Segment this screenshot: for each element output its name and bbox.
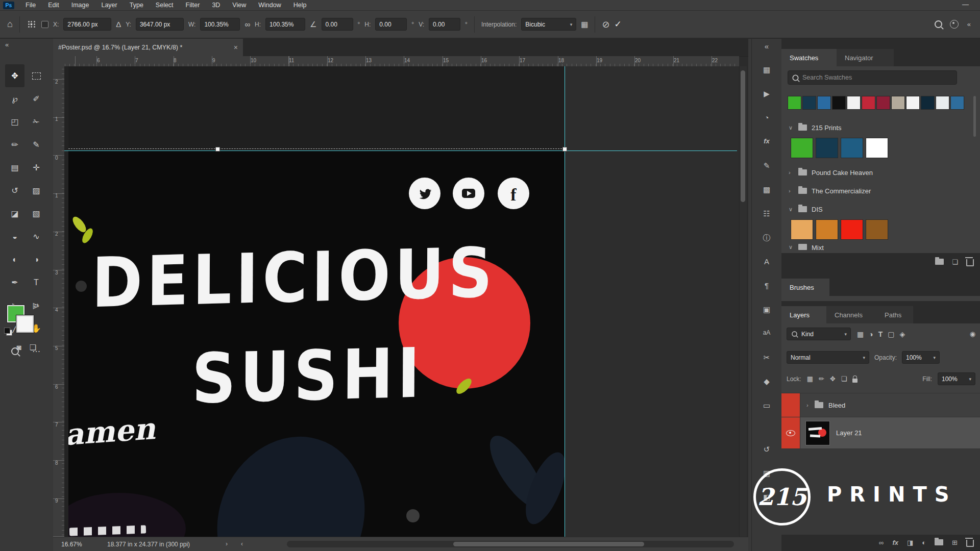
window-minimize-icon[interactable]: — <box>962 0 969 9</box>
filter-smart-icon[interactable]: ◈ <box>900 330 905 338</box>
vertical-scrollbar[interactable] <box>739 66 747 537</box>
swap-colors-icon[interactable]: ⇄ <box>34 302 39 309</box>
pen-tool[interactable]: ✒ <box>5 271 24 294</box>
paragraph-icon[interactable]: ¶ <box>752 281 781 290</box>
gradient-tool[interactable]: ▧ <box>27 202 46 225</box>
trash-icon[interactable] <box>966 259 974 266</box>
eraser-tool[interactable]: ◪ <box>5 202 24 225</box>
vertical-guide[interactable] <box>565 66 565 537</box>
search-icon[interactable] <box>935 20 942 28</box>
tab-paths[interactable]: Paths <box>876 306 913 323</box>
lasso-tool[interactable]: ℘ <box>5 87 24 110</box>
history-brush-tool[interactable]: ↺ <box>5 179 24 202</box>
collapse-toolbar-icon[interactable]: « <box>5 41 9 48</box>
ruler-origin[interactable] <box>53 56 65 67</box>
width-value-field[interactable]: 100.35% <box>200 18 240 31</box>
info-icon[interactable]: ⓘ <box>752 233 781 243</box>
delta-icon[interactable]: Δ <box>116 20 121 29</box>
menu-help[interactable]: Help <box>287 0 313 10</box>
opacity-select[interactable]: 100%▾ <box>902 351 940 364</box>
filter-toggle-icon[interactable]: ◉ <box>970 330 975 338</box>
lock-position-icon[interactable]: ✥ <box>830 375 836 383</box>
new-layer-icon[interactable]: ⊞ <box>952 539 958 546</box>
swatch[interactable] <box>816 138 838 158</box>
home-icon[interactable]: ⌂ <box>7 19 13 30</box>
horizontal-scrollbar[interactable] <box>287 541 734 547</box>
swatch-group-the-commercializer[interactable]: › The Commercializer <box>781 183 980 199</box>
swatch-group-dis[interactable]: ∨ DIS <box>781 201 980 217</box>
height-value-field[interactable]: 100.35% <box>265 18 305 31</box>
styles-icon[interactable]: ✎ <box>752 161 781 170</box>
chevron-right-icon[interactable]: › <box>789 169 794 176</box>
relative-position-toggle[interactable] <box>41 21 48 28</box>
swatch-search-input[interactable] <box>788 70 957 85</box>
quick-selection-tool[interactable]: ✐ <box>27 87 46 110</box>
character-icon[interactable]: A <box>752 257 781 266</box>
layer-row-layer-21[interactable]: Layer 21 <box>781 417 980 449</box>
zoom-level-field[interactable]: 16.67% <box>61 541 82 548</box>
menu-edit[interactable]: Edit <box>42 0 65 10</box>
swatch[interactable] <box>802 96 816 110</box>
screen-mode-icon[interactable]: ❏ <box>30 343 36 352</box>
menu-filter[interactable]: Filter <box>180 0 206 10</box>
tab-swatches[interactable]: Swatches <box>781 49 837 66</box>
notes-icon[interactable]: ▥ <box>752 469 781 478</box>
crop-tool[interactable]: ◰ <box>5 110 24 133</box>
menu-file[interactable]: File <box>19 0 42 10</box>
poster-document[interactable]: f DELICIOUS SUSHI amen <box>68 66 565 537</box>
swatch[interactable] <box>832 96 846 110</box>
skew-v-field[interactable]: 0.00 <box>429 18 460 31</box>
visibility-cell[interactable] <box>781 393 800 417</box>
lock-transparent-icon[interactable]: ▦ <box>807 375 813 383</box>
brush-tool[interactable]: ✏ <box>5 133 24 156</box>
tab-channels[interactable]: Channels <box>826 306 876 323</box>
skew-h-field[interactable]: 0.00 <box>375 18 407 31</box>
comments-icon[interactable]: ◧ <box>752 493 781 502</box>
properties-icon[interactable]: ✂ <box>752 353 781 362</box>
swatch[interactable] <box>788 96 801 110</box>
tab-brushes[interactable]: Brushes <box>781 279 829 296</box>
history-icon[interactable]: ↺ <box>752 445 781 454</box>
scrollbar-thumb[interactable] <box>453 542 644 546</box>
account-icon[interactable] <box>950 20 959 29</box>
lock-pixels-icon[interactable]: ✏ <box>819 375 824 383</box>
swatch[interactable] <box>906 96 920 110</box>
visibility-cell[interactable] <box>781 417 800 448</box>
filter-adjustment-icon[interactable]: ◑ <box>869 330 873 338</box>
document-tab[interactable]: #Poster.psd @ 16.7% (Layer 21, CMYK/8) *… <box>53 39 243 56</box>
menu-image[interactable]: Image <box>65 0 95 10</box>
blur-tool[interactable]: ◒ <box>5 225 24 248</box>
layer-filter-kind-select[interactable]: Kind ▾ <box>787 328 851 340</box>
pencil-tool[interactable]: ✎ <box>27 133 46 156</box>
layer-row-bleed[interactable]: › Bleed <box>781 393 980 417</box>
eye-icon[interactable] <box>786 430 795 436</box>
transform-handle[interactable] <box>215 147 220 152</box>
move-tool[interactable]: ✥ <box>5 64 24 87</box>
actions-icon[interactable]: ▶ <box>752 89 781 98</box>
timeline-icon[interactable]: ▭ <box>752 401 781 410</box>
character-styles-icon[interactable]: aA <box>752 329 781 336</box>
cancel-transform-icon[interactable]: ⊘ <box>602 19 609 30</box>
close-icon[interactable]: × <box>234 43 238 52</box>
swatch[interactable] <box>876 96 890 110</box>
smudge-tool[interactable]: ∿ <box>27 225 46 248</box>
eyedropper-tool[interactable]: ✁ <box>27 110 46 133</box>
menu-view[interactable]: View <box>226 0 252 10</box>
quick-mask-icon[interactable]: ◙ <box>17 343 21 352</box>
reference-point-grid[interactable] <box>27 19 37 30</box>
clone-source-icon[interactable]: ▣ <box>752 305 781 314</box>
lock-all-icon[interactable] <box>852 379 857 383</box>
tab-layers[interactable]: Layers <box>781 306 826 323</box>
swatch-group-215-prints[interactable]: ∨ 215 Prints <box>781 119 980 136</box>
swatch[interactable] <box>841 138 863 158</box>
new-group-icon[interactable] <box>935 259 944 265</box>
scroll-left-icon[interactable]: ‹ <box>241 540 243 547</box>
patterns-icon[interactable]: ▩ <box>752 185 781 194</box>
swatch[interactable] <box>866 219 888 240</box>
swatch[interactable] <box>950 96 964 110</box>
chevron-right-icon[interactable]: › <box>806 402 812 408</box>
lock-artboard-icon[interactable]: ❏ <box>841 375 847 383</box>
swatch[interactable] <box>791 138 813 158</box>
interpolation-select[interactable]: Bicubic▾ <box>521 18 576 31</box>
filter-type-icon[interactable]: T <box>878 330 883 338</box>
